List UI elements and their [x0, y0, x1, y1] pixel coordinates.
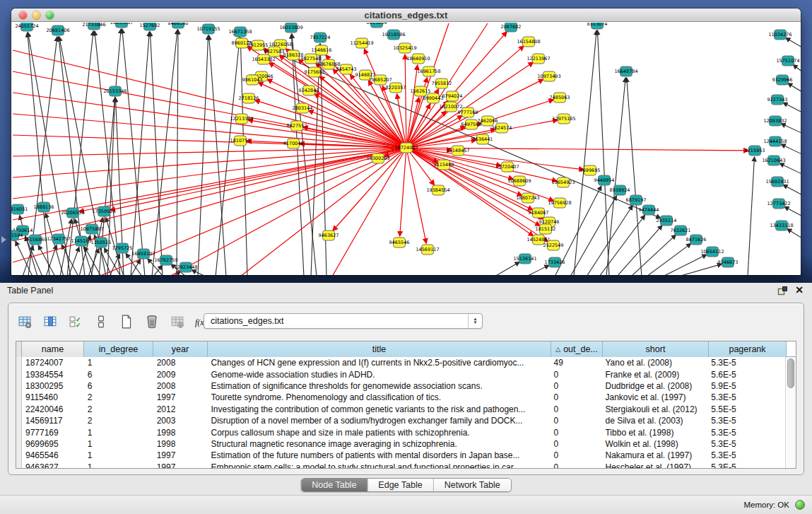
graph-node[interactable]: 8215953	[745, 146, 765, 156]
cell-in_degree[interactable]: 1	[84, 462, 153, 468]
float-panel-icon[interactable]	[777, 286, 788, 296]
cell-short[interactable]: Hescheler et al. (1997)	[601, 462, 707, 468]
graph-node[interactable]: 10654112	[700, 247, 724, 257]
graph-edge[interactable]	[405, 54, 406, 148]
graph-node[interactable]: 9246673	[718, 257, 739, 267]
table-row[interactable]: 1456911722003Disruption of a novel membe…	[16, 415, 785, 426]
graph-node[interactable]: 10719155	[196, 24, 220, 34]
graph-node[interactable]: 24055724	[15, 23, 38, 31]
new-column-icon[interactable]	[117, 312, 136, 332]
window-titlebar[interactable]: citations_edges.txt	[11, 8, 801, 22]
hidden-panel-arrow-icon[interactable]	[1, 236, 6, 243]
graph-node[interactable]: 8813054	[367, 23, 387, 28]
graph-node[interactable]: 12975185	[552, 114, 575, 124]
graph-edge[interactable]	[787, 229, 801, 243]
graph-edge[interactable]	[84, 247, 101, 275]
graph-node[interactable]: 9242843	[299, 86, 319, 95]
cell-out_degree[interactable]: 0	[551, 450, 602, 460]
cell-year[interactable]: 2003	[153, 416, 208, 426]
cell-short[interactable]: Dudbridge et al. (2008)	[601, 381, 707, 391]
graph-node[interactable]: 7632621	[671, 226, 691, 235]
graph-node[interactable]: 10653287	[110, 23, 133, 28]
graph-node[interactable]: 12213967	[526, 54, 550, 64]
graph-edge[interactable]	[88, 248, 99, 275]
graph-node[interactable]: 10688609	[507, 176, 531, 186]
graph-node[interactable]: 9474444	[639, 205, 659, 215]
graph-node[interactable]: 19218586	[382, 30, 405, 40]
column-header-out_degree[interactable]: △out_de...	[551, 341, 603, 357]
graph-node[interactable]: 1527602	[140, 23, 160, 30]
graph-node[interactable]: 15720407	[495, 162, 519, 172]
graph-edge[interactable]	[400, 148, 406, 236]
graph-edge[interactable]	[170, 148, 406, 275]
graph-node[interactable]: 12213389	[230, 114, 253, 124]
cell-pagerank[interactable]: 5.3E-5	[707, 462, 785, 468]
graph-edge[interactable]	[587, 206, 632, 275]
graph-edge[interactable]	[627, 78, 642, 275]
graph-node[interactable]: 6794024	[442, 91, 463, 101]
cell-pagerank[interactable]: 5.3E-5	[707, 428, 785, 438]
graph-node[interactable]: 16210643	[762, 156, 785, 165]
cell-out_degree[interactable]: 0	[551, 392, 602, 402]
network-graph[interactable]: 2405572420691406217338461065328715276028…	[11, 23, 801, 275]
graph-edge[interactable]	[79, 148, 406, 211]
cell-year[interactable]: 1998	[153, 439, 208, 449]
graph-edge[interactable]	[786, 38, 801, 52]
graph-node[interactable]: 16961758	[417, 66, 440, 76]
graph-node[interactable]: 12444158	[763, 136, 787, 146]
cell-in_degree[interactable]: 2	[84, 392, 153, 402]
graph-node[interactable]: 15692931	[765, 177, 789, 187]
graph-edge[interactable]	[209, 35, 226, 275]
cell-in_degree[interactable]: 1	[84, 439, 153, 449]
column-header-in_degree[interactable]: in_degree	[84, 341, 153, 357]
delete-column-icon[interactable]	[143, 312, 161, 332]
cell-title[interactable]: Changes of HCN gene expression and I(f) …	[208, 358, 551, 368]
cell-pagerank[interactable]: 5.3E-5	[707, 416, 785, 426]
cell-short[interactable]: Tibbo et al. (1998)	[601, 428, 707, 438]
cell-out_degree[interactable]: 49	[551, 358, 602, 368]
cell-year[interactable]: 1997	[153, 392, 208, 402]
graph-node[interactable]: 20153346	[103, 86, 126, 96]
cell-name[interactable]: 9465546	[22, 450, 84, 460]
graph-edge[interactable]	[152, 30, 177, 275]
graph-edge[interactable]	[631, 235, 676, 275]
cell-title[interactable]: Tourette syndrome. Phenomenology and cla…	[208, 392, 551, 402]
cell-pagerank[interactable]: 5.5E-5	[707, 404, 785, 414]
cell-year[interactable]: 2008	[153, 381, 208, 391]
cell-name[interactable]: 9115460	[22, 392, 84, 402]
graph-edge[interactable]	[13, 148, 406, 262]
graph-node[interactable]: 7485063	[550, 93, 570, 103]
graph-node[interactable]: 18640910	[406, 54, 430, 64]
table-row[interactable]: 946362711997Embryonic stem cells: a mode…	[16, 462, 785, 468]
cell-name[interactable]: 18300295	[22, 381, 84, 391]
cell-title[interactable]: Genome-wide association studies in ADHD.	[208, 370, 551, 380]
column-header-pagerank[interactable]: pagerank	[709, 341, 787, 357]
graph-node[interactable]: 9329966	[772, 75, 793, 85]
table-row[interactable]: 1830029562008Estimation of significance …	[16, 380, 785, 392]
cell-pagerank[interactable]: 5.9E-5	[707, 381, 785, 391]
table-row[interactable]: 911546021997Tourette syndrome. Phenomeno…	[16, 392, 785, 403]
cell-pagerank[interactable]: 5.3E-5	[707, 392, 785, 402]
cell-name[interactable]: 19384554	[22, 370, 84, 380]
graph-edge[interactable]	[192, 270, 206, 275]
graph-edge[interactable]	[198, 35, 208, 275]
show-columns-icon[interactable]	[41, 312, 59, 332]
cell-in_degree[interactable]: 6	[84, 370, 153, 380]
graph-node[interactable]: 16958107	[131, 249, 155, 259]
column-header-title[interactable]: title	[208, 341, 551, 357]
graph-node[interactable]: 9440954	[594, 175, 615, 185]
table-row[interactable]: 2242004622012Investigating the contribut…	[16, 404, 785, 415]
cell-name[interactable]: 9777169	[22, 428, 84, 438]
graph-node[interactable]: 8938924	[610, 185, 630, 195]
graph-edge[interactable]	[574, 30, 596, 275]
graph-edge[interactable]	[13, 148, 406, 241]
cell-in_degree[interactable]: 1	[84, 428, 153, 438]
graph-edge[interactable]	[495, 262, 519, 275]
graph-edge[interactable]	[16, 241, 33, 275]
cell-short[interactable]: Stergiakouli et al. (2012)	[601, 404, 707, 414]
cell-out_degree[interactable]: 0	[551, 428, 602, 438]
graph-node[interactable]: 15751074	[776, 56, 799, 66]
cell-year[interactable]: 1997	[153, 462, 208, 468]
memory-status-indicator[interactable]	[795, 500, 805, 510]
graph-edge[interactable]	[793, 64, 801, 77]
